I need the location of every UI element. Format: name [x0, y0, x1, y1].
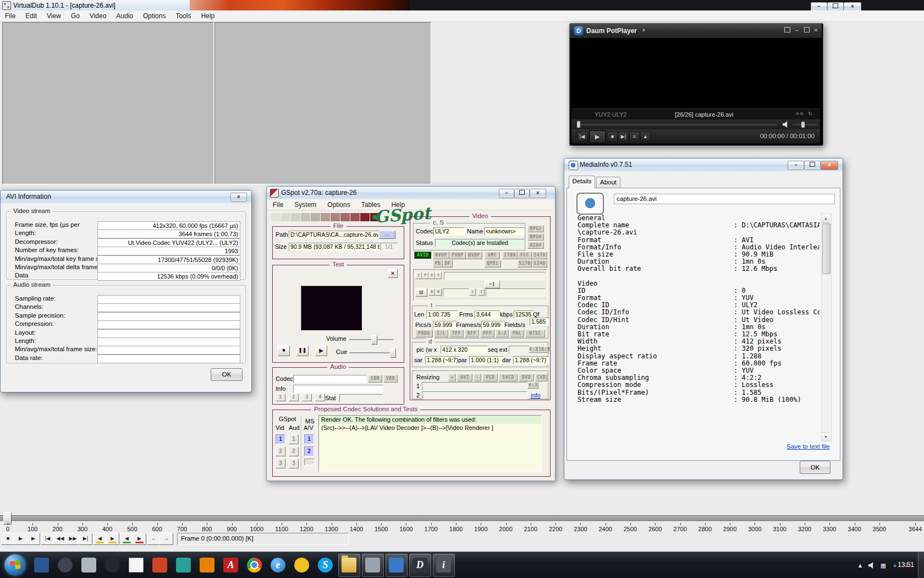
test-play-button[interactable]: ▶ [315, 345, 327, 356]
hidden-icons-button[interactable]: ▲ [856, 561, 865, 570]
seek-bar-track[interactable] [578, 124, 777, 126]
menu-item-tools[interactable]: Tools [170, 10, 196, 20]
backward-button[interactable]: ◀◀ [53, 533, 67, 545]
close-button[interactable]: × [814, 26, 818, 34]
filename-field[interactable]: capture-26.avi [614, 194, 835, 204]
minimize-button[interactable]: – [788, 161, 804, 170]
close-button[interactable]: × [230, 193, 247, 202]
cue-slider-track[interactable] [349, 352, 393, 354]
start-button[interactable] [4, 554, 26, 576]
minimize-button[interactable]: – [499, 189, 514, 198]
open-button[interactable]: ▲ [640, 132, 651, 142]
taskbar-app-document[interactable] [125, 554, 147, 577]
taskbar-app-media-red[interactable] [149, 554, 171, 577]
solution-av-1[interactable]: 1 [304, 434, 314, 444]
solution-av-2[interactable]: 2 [304, 446, 314, 456]
solution-vid-3[interactable]: 3 [276, 459, 285, 468]
taskbar-app-dark[interactable] [102, 554, 124, 577]
menu-item-edit[interactable]: Edit [20, 10, 42, 20]
repeat-icon[interactable]: ↻ [808, 111, 812, 117]
solution-vid-2[interactable]: 2 [276, 446, 285, 456]
playlist-button[interactable]: ≡ [629, 132, 640, 142]
go-end-button[interactable]: ▶| [79, 533, 92, 545]
prev-scene-button[interactable]: ◀ [120, 533, 134, 545]
scroll-thumb[interactable] [822, 223, 831, 274]
solution-aud-2[interactable]: 2 [289, 446, 299, 456]
minimize-button[interactable]: – [795, 27, 799, 33]
volume-icon[interactable] [783, 121, 789, 128]
taskbar-app-active-blue[interactable] [386, 554, 408, 577]
taskbar-virtualdub[interactable] [362, 554, 384, 577]
position-slider-track[interactable] [0, 515, 924, 522]
path-field[interactable]: D:\CAPTURAS\CA...capture-26.avi [289, 231, 379, 239]
taskbar-app-blue-round[interactable]: S [315, 554, 337, 577]
test-pause-button[interactable]: ❚❚ [296, 345, 309, 356]
seek-bar-knob[interactable] [577, 121, 580, 128]
play-button[interactable]: ▶ [589, 130, 606, 143]
browse-button[interactable]: ... [379, 231, 395, 239]
menu-item-options[interactable]: Options [138, 10, 170, 20]
play-output-button[interactable]: ▶ [26, 533, 40, 545]
taskbar-app-dark-circle[interactable] [54, 554, 76, 577]
stop-button[interactable]: ■ [1, 533, 15, 545]
tab-details[interactable]: Details [569, 176, 595, 188]
gspot-menu-item-options[interactable]: Options [322, 200, 355, 209]
cue-slider-knob[interactable] [390, 348, 396, 358]
frame-ruler[interactable]: 0100200300400500600700800900100011001200… [0, 523, 924, 533]
menu-item-video[interactable]: Video [85, 10, 111, 20]
taskbar-potplayer[interactable]: D [409, 554, 431, 577]
clock[interactable]: 13:51 [898, 561, 914, 569]
taskbar-app-gray[interactable] [78, 554, 100, 577]
test-stop-button[interactable]: ■ [278, 345, 290, 356]
taskbar-chrome[interactable] [244, 554, 266, 577]
play-input-button[interactable]: ▶ [14, 533, 28, 545]
menu-item-view[interactable]: View [42, 10, 66, 20]
mark-in-button[interactable]: ← [147, 533, 161, 545]
solution-aud-1[interactable]: 1 [289, 434, 299, 444]
scroll-down-arrow[interactable]: ▼ [822, 432, 830, 441]
volume-slider-track[interactable] [793, 124, 817, 126]
scene-icon-button[interactable]: ▨ [415, 288, 427, 297]
fullscreen-button[interactable] [784, 27, 790, 34]
maximize-button[interactable] [804, 161, 821, 170]
ab-repeat-icon[interactable]: A·B [796, 111, 803, 116]
go-start-button[interactable]: |◀ [41, 533, 54, 545]
previous-button[interactable]: |◀ [577, 132, 587, 142]
close-button[interactable]: × [821, 161, 838, 170]
next-button[interactable]: ▶| [618, 132, 629, 142]
next-scene-button[interactable]: ▶ [133, 533, 146, 545]
shuttle-button[interactable]: «❙ [485, 280, 500, 288]
prev-keyframe-button[interactable]: ◀ [93, 533, 107, 545]
taskbar-app-teal[interactable] [173, 554, 195, 577]
taskbar-mediainfo[interactable]: i [433, 554, 455, 577]
next-keyframe-button[interactable]: ▶ [106, 533, 119, 545]
save-to-text-link[interactable]: Save to text file [787, 443, 830, 450]
ok-button[interactable]: OK [211, 368, 243, 381]
video-area[interactable] [571, 38, 820, 108]
solution-vid-1[interactable]: 1 [276, 434, 285, 444]
menu-item-help[interactable]: Help [196, 10, 219, 20]
taskbar-app-blue-window[interactable] [31, 554, 53, 577]
maximize-button[interactable] [804, 27, 810, 34]
title-menu-caret[interactable]: ▼ [641, 28, 646, 33]
network-icon[interactable]: ▦ [879, 561, 888, 570]
show-desktop-button[interactable] [918, 552, 924, 578]
info-link[interactable]: info [531, 392, 541, 399]
volume-slider-knob[interactable] [371, 335, 377, 345]
taskbar-app-yellow[interactable] [291, 554, 313, 577]
ok-button[interactable]: OK [800, 461, 831, 474]
taskbar-windows-explorer[interactable] [338, 554, 360, 577]
scroll-up-arrow[interactable]: ▲ [822, 214, 830, 223]
menu-item-go[interactable]: Go [66, 10, 85, 20]
maximize-button[interactable] [514, 189, 530, 198]
taskbar-internet-explorer[interactable]: e [267, 554, 289, 577]
close-button[interactable]: × [530, 189, 546, 198]
gspot-menu-item-system[interactable]: System [289, 200, 322, 209]
tab-about[interactable]: About [596, 177, 620, 188]
menu-item-audio[interactable]: Audio [111, 10, 138, 20]
test-close-button[interactable]: × [388, 269, 398, 278]
volume-icon[interactable] [867, 561, 876, 570]
gspot-menu-item-file[interactable]: File [267, 200, 289, 209]
mark-out-button[interactable]: → [160, 533, 173, 545]
stop-button[interactable]: ■ [607, 132, 618, 142]
